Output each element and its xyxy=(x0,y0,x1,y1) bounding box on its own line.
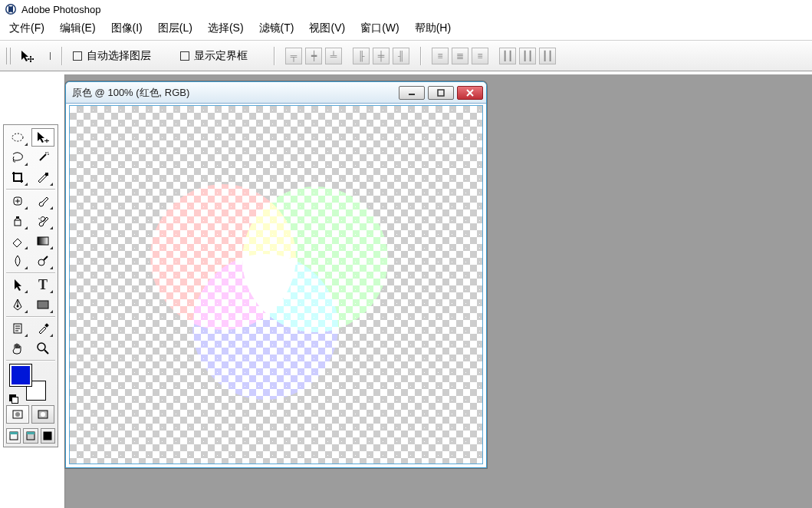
notes-tool-icon[interactable] xyxy=(6,319,29,338)
align-hcenter-icon[interactable]: ╪ xyxy=(373,48,390,64)
svg-rect-11 xyxy=(45,173,48,176)
pen-tool-icon[interactable] xyxy=(6,295,29,314)
blue-circle xyxy=(192,254,338,400)
svg-point-28 xyxy=(38,343,45,351)
dodge-tool-icon[interactable] xyxy=(31,252,54,270)
move-tool-icon xyxy=(18,48,35,64)
lasso-tool-icon[interactable] xyxy=(6,148,29,167)
slice-tool-icon[interactable] xyxy=(31,168,54,186)
svg-line-19 xyxy=(44,256,48,260)
move-tool-icon[interactable] xyxy=(31,128,54,147)
align-group: ╤ ┿ ╧ ╟ ╪ ╢ xyxy=(285,48,409,64)
default-colors-icon[interactable] xyxy=(9,394,18,404)
svg-line-10 xyxy=(48,152,48,153)
type-tool-icon[interactable]: T xyxy=(31,275,54,294)
rectangle-shape-tool-icon[interactable] xyxy=(31,295,54,314)
svg-rect-16 xyxy=(16,216,19,219)
menubar: 文件(F) 编辑(E) 图像(I) 图层(L) 选择(S) 滤镜(T) 视图(V… xyxy=(0,18,812,41)
menu-window[interactable]: 窗口(W) xyxy=(360,21,399,35)
svg-line-7 xyxy=(40,154,46,160)
document-window[interactable]: 原色 @ 100% (红色, RGB) xyxy=(65,81,487,468)
photoshop-icon xyxy=(5,3,17,15)
blur-tool-icon[interactable] xyxy=(6,252,29,270)
align-left-icon[interactable]: ╟ xyxy=(353,48,370,64)
show-bounding-box-checkbox[interactable]: 显示定界框 xyxy=(180,49,248,63)
svg-rect-40 xyxy=(438,90,444,96)
svg-rect-35 xyxy=(10,432,18,434)
svg-rect-15 xyxy=(15,220,21,226)
toolbox: T xyxy=(3,124,58,447)
gradient-tool-icon[interactable] xyxy=(31,232,54,250)
minimize-button[interactable] xyxy=(399,86,425,100)
menu-edit[interactable]: 编辑(E) xyxy=(60,21,96,35)
distribute-left-icon[interactable]: ┃┃ xyxy=(499,48,516,64)
align-vcenter-icon[interactable]: ┿ xyxy=(305,48,322,64)
align-right-icon[interactable]: ╢ xyxy=(393,48,409,64)
document-canvas[interactable] xyxy=(69,105,483,464)
svg-rect-37 xyxy=(27,432,35,434)
magic-wand-tool-icon[interactable] xyxy=(31,148,54,167)
distribute-group: ≡ ≣ ≡ ┃┃ ┃┃ ┃┃ xyxy=(432,48,556,64)
menu-file[interactable]: 文件(F) xyxy=(9,21,44,35)
distribute-hcenter-icon[interactable]: ┃┃ xyxy=(519,48,536,64)
screen-standard-icon[interactable] xyxy=(6,428,21,444)
menu-image[interactable]: 图像(I) xyxy=(111,21,143,35)
menu-layer[interactable]: 图层(L) xyxy=(158,21,192,35)
svg-rect-22 xyxy=(38,301,48,308)
svg-point-18 xyxy=(38,259,44,266)
menu-filter[interactable]: 滤镜(T) xyxy=(259,21,294,35)
healing-brush-tool-icon[interactable] xyxy=(6,192,29,210)
svg-rect-27 xyxy=(44,323,49,328)
document-titlebar[interactable]: 原色 @ 100% (红色, RGB) xyxy=(66,82,486,104)
option-bar: 自动选择图层 显示定界框 ╤ ┿ ╧ ╟ ╪ ╢ ≡ ≣ ≡ ┃┃ ┃┃ ┃┃ xyxy=(0,41,812,71)
maximize-button[interactable] xyxy=(428,86,454,100)
hand-tool-icon[interactable] xyxy=(6,339,29,358)
svg-rect-17 xyxy=(38,237,48,245)
app-titlebar: Adobe Photoshop xyxy=(0,0,812,18)
distribute-bottom-icon[interactable]: ≡ xyxy=(472,48,488,64)
standard-mode-icon[interactable] xyxy=(6,405,29,424)
app-title: Adobe Photoshop xyxy=(21,4,100,15)
document-title: 原色 @ 100% (红色, RGB) xyxy=(72,86,189,100)
align-top-icon[interactable]: ╤ xyxy=(285,48,302,64)
rgb-venn-diagram xyxy=(70,106,482,463)
distribute-right-icon[interactable]: ┃┃ xyxy=(539,48,556,64)
close-button[interactable] xyxy=(457,86,483,100)
distribute-vcenter-icon[interactable]: ≣ xyxy=(452,48,468,64)
path-selection-tool-icon[interactable] xyxy=(6,275,29,294)
align-bottom-icon[interactable]: ╧ xyxy=(325,48,342,64)
auto-select-layer-checkbox[interactable]: 自动选择图层 xyxy=(73,49,151,63)
menu-help[interactable]: 帮助(H) xyxy=(415,21,451,35)
foreground-color-swatch[interactable] xyxy=(9,364,32,387)
zoom-tool-icon[interactable] xyxy=(31,339,54,358)
svg-line-29 xyxy=(44,350,48,354)
auto-select-layer-label: 自动选择图层 xyxy=(87,49,151,63)
menu-view[interactable]: 视图(V) xyxy=(309,21,345,35)
crop-tool-icon[interactable] xyxy=(6,168,29,186)
svg-point-31 xyxy=(15,412,20,417)
distribute-top-icon[interactable]: ≡ xyxy=(432,48,449,64)
svg-point-4 xyxy=(12,134,23,141)
marquee-tool-icon[interactable] xyxy=(6,128,29,147)
screen-full-menubar-icon[interactable] xyxy=(23,428,38,444)
history-brush-tool-icon[interactable] xyxy=(31,212,54,230)
svg-rect-38 xyxy=(44,432,51,440)
quickmask-mode-icon[interactable] xyxy=(31,405,54,424)
clone-stamp-tool-icon[interactable] xyxy=(6,212,29,230)
menu-select[interactable]: 选择(S) xyxy=(208,21,244,35)
screen-full-icon[interactable] xyxy=(41,428,55,444)
eyedropper-tool-icon[interactable] xyxy=(31,319,54,338)
color-swatches[interactable] xyxy=(9,364,46,401)
tool-preset-dropdown[interactable] xyxy=(43,52,51,60)
show-bounding-box-label: 显示定界框 xyxy=(194,49,248,63)
eraser-tool-icon[interactable] xyxy=(6,232,29,250)
svg-point-33 xyxy=(41,412,45,417)
optionbar-grip[interactable] xyxy=(6,48,11,64)
brush-tool-icon[interactable] xyxy=(31,192,54,210)
